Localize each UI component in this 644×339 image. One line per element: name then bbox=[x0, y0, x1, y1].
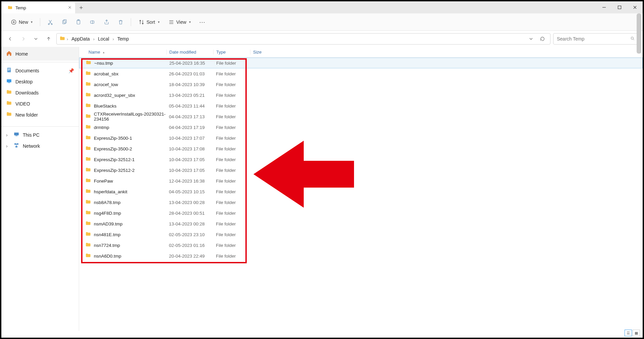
table-row[interactable]: acrocef_low18-04-2023 10:39File folder bbox=[79, 79, 643, 90]
table-row[interactable]: FonePaw12-04-2023 16:38File folder bbox=[79, 176, 643, 186]
forward-button[interactable] bbox=[18, 34, 28, 44]
search-input[interactable]: Search Temp bbox=[553, 33, 639, 45]
table-row[interactable]: ExpressZip-3500-110-04-2023 17:07File fo… bbox=[79, 133, 643, 143]
file-type: File folder bbox=[213, 136, 250, 141]
table-row[interactable]: ~nsu.tmp25-04-2023 16:35File folder bbox=[79, 58, 643, 68]
file-type: File folder bbox=[213, 254, 250, 259]
new-button[interactable]: New ▾ bbox=[7, 17, 36, 27]
table-row[interactable]: acrobat_sbx26-04-2023 01:03File folder bbox=[79, 68, 643, 79]
explorer-window: Temp ＋ New ▾ Sort ▾ Vi bbox=[0, 0, 644, 339]
chevron-down-icon: ▾ bbox=[189, 20, 191, 24]
search-placeholder: Search Temp bbox=[557, 36, 630, 42]
rename-button[interactable] bbox=[86, 16, 99, 28]
toolbar-divider bbox=[131, 18, 131, 26]
chevron-down-icon: ▾ bbox=[158, 20, 160, 24]
cut-button[interactable] bbox=[44, 16, 56, 28]
share-button[interactable] bbox=[101, 16, 113, 28]
column-header-date[interactable]: Date modified bbox=[166, 50, 213, 55]
file-name: ExpressZip-3500-2 bbox=[94, 146, 132, 151]
table-row[interactable]: nsn481E.tmp02-05-2023 23:10File folder bbox=[79, 229, 643, 240]
chevron-down-icon: ▾ bbox=[31, 20, 33, 24]
file-date: 04-04-2023 17:13 bbox=[166, 114, 213, 119]
paste-button[interactable] bbox=[72, 16, 84, 28]
copy-button[interactable] bbox=[58, 16, 70, 28]
breadcrumb[interactable]: AppData bbox=[69, 36, 92, 42]
folder-icon bbox=[85, 60, 92, 67]
address-bar[interactable]: › AppData › Local › Temp bbox=[56, 33, 550, 45]
new-tab-button[interactable]: ＋ bbox=[75, 1, 87, 13]
breadcrumb[interactable]: Temp bbox=[115, 36, 131, 42]
sidebar-item-desktop[interactable]: Desktop bbox=[1, 76, 79, 87]
close-window-button[interactable] bbox=[627, 1, 643, 13]
table-row[interactable]: ExpressZip-32512-110-04-2023 17:05File f… bbox=[79, 154, 643, 165]
table-row[interactable]: nsb8A78.tmp13-04-2023 00:28File folder bbox=[79, 197, 643, 208]
sidebar-item-label: VIDEO bbox=[15, 101, 30, 107]
sidebar-item-downloads[interactable]: Downloads bbox=[1, 87, 79, 98]
sidebar-item-label: Network bbox=[23, 143, 40, 149]
table-row[interactable]: hsperfdata_ankit04-05-2023 10:15File fol… bbox=[79, 186, 643, 197]
file-pane: Name ▴ Date modified Type Size ~nsu.tmp2… bbox=[79, 47, 643, 331]
table-row[interactable]: nsnA6D0.tmp20-04-2023 22:49File folder bbox=[79, 251, 643, 261]
table-row[interactable]: BlueStacks05-04-2023 11:44File folder bbox=[79, 100, 643, 111]
refresh-button[interactable] bbox=[537, 34, 547, 44]
table-row[interactable]: ExpressZip-3500-210-04-2023 17:08File fo… bbox=[79, 143, 643, 154]
more-button[interactable]: ⋯ bbox=[196, 16, 208, 28]
table-row[interactable]: acrord32_super_sbx13-04-2023 05:21File f… bbox=[79, 90, 643, 100]
address-dropdown-button[interactable] bbox=[526, 34, 536, 44]
sidebar-divider bbox=[1, 126, 79, 127]
table-row[interactable]: drmtmp04-04-2023 17:19File folder bbox=[79, 122, 643, 133]
vertical-scrollbar[interactable] bbox=[637, 13, 641, 54]
up-button[interactable] bbox=[44, 34, 54, 44]
chevron-right-icon: › bbox=[93, 37, 95, 42]
file-name: drmtmp bbox=[94, 125, 109, 130]
breadcrumb[interactable]: Local bbox=[96, 36, 111, 42]
column-label: Date modified bbox=[169, 50, 196, 55]
sidebar-item-newfolder[interactable]: New folder bbox=[1, 109, 79, 120]
details-view-toggle[interactable]: ☰ bbox=[625, 330, 632, 336]
folder-icon bbox=[85, 124, 91, 131]
main-area: Home Documents 📌 Desktop Downloads VIDEO bbox=[1, 47, 643, 331]
file-date: 28-04-2023 00:51 bbox=[166, 211, 213, 216]
sidebar-item-network[interactable]: › Network bbox=[1, 140, 79, 151]
sort-button[interactable]: Sort ▾ bbox=[135, 17, 163, 27]
file-type: File folder bbox=[213, 104, 250, 109]
file-name: acrord32_super_sbx bbox=[94, 93, 135, 98]
sidebar-item-documents[interactable]: Documents 📌 bbox=[1, 65, 79, 76]
table-row[interactable]: nsn7724.tmp02-05-2023 01:16File folder bbox=[79, 240, 643, 251]
table-row[interactable]: ExpressZip-32512-210-04-2023 17:05File f… bbox=[79, 165, 643, 176]
file-type: File folder bbox=[213, 168, 250, 173]
sidebar-item-video[interactable]: VIDEO bbox=[1, 98, 79, 109]
file-type: File folder bbox=[213, 200, 250, 205]
search-icon bbox=[630, 36, 635, 42]
minimize-button[interactable] bbox=[596, 1, 612, 13]
file-date: 10-04-2023 17:05 bbox=[166, 157, 213, 162]
sidebar-item-thispc[interactable]: › This PC bbox=[1, 129, 79, 140]
recent-locations-button[interactable] bbox=[31, 34, 41, 44]
tab-close-button[interactable] bbox=[68, 5, 72, 10]
file-list[interactable]: ~nsu.tmp25-04-2023 16:35File folderacrob… bbox=[79, 58, 643, 331]
file-date: 10-04-2023 17:07 bbox=[166, 136, 213, 141]
sidebar-home[interactable]: Home bbox=[1, 47, 79, 61]
table-row[interactable]: nsmAD39.tmp13-04-2023 00:28File folder bbox=[79, 218, 643, 229]
icons-view-toggle[interactable]: ▦ bbox=[633, 330, 640, 336]
sidebar-item-label: Documents bbox=[15, 68, 39, 73]
svg-rect-0 bbox=[618, 6, 621, 9]
maximize-button[interactable] bbox=[612, 1, 627, 13]
delete-button[interactable] bbox=[115, 16, 127, 28]
pin-icon: 📌 bbox=[68, 68, 74, 73]
table-row[interactable]: CTXReceiverInstallLogs-20230321-23415604… bbox=[79, 111, 643, 122]
window-tab[interactable]: Temp bbox=[1, 2, 75, 13]
column-header-type[interactable]: Type bbox=[213, 50, 250, 55]
view-button[interactable]: View ▾ bbox=[165, 17, 194, 27]
column-header-size[interactable]: Size bbox=[250, 50, 284, 55]
file-date: 12-04-2023 16:38 bbox=[166, 179, 213, 184]
chevron-right-icon: › bbox=[6, 132, 10, 138]
back-button[interactable] bbox=[5, 34, 15, 44]
svg-rect-5 bbox=[64, 19, 66, 23]
folder-icon bbox=[85, 220, 91, 227]
file-type: File folder bbox=[213, 125, 250, 130]
column-header-name[interactable]: Name ▴ bbox=[79, 50, 166, 55]
computer-icon bbox=[13, 131, 19, 138]
table-row[interactable]: nsg4F8D.tmp28-04-2023 00:51File folder bbox=[79, 208, 643, 218]
folder-icon bbox=[85, 242, 91, 249]
